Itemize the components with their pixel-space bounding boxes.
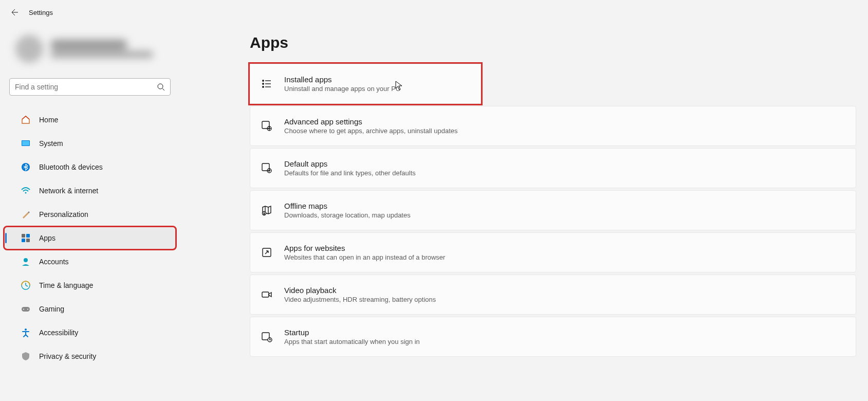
sidebar-item-label: Accessibility [39, 329, 78, 337]
sidebar-item-personalization[interactable]: Personalization [5, 204, 175, 225]
sidebar-item-label: Privacy & security [39, 352, 96, 360]
apps-icon [21, 233, 31, 243]
svg-rect-7 [22, 239, 25, 242]
sidebar-item-label: Bluetooth & devices [39, 163, 103, 171]
sidebar-item-accessibility[interactable]: Accessibility [5, 322, 175, 343]
card-desc: Uninstall and manage apps on your PC [284, 85, 400, 93]
system-icon [21, 138, 31, 149]
sidebar-item-network-internet[interactable]: Network & internet [5, 180, 175, 201]
titlebar: Settings [0, 0, 868, 25]
svg-point-0 [158, 84, 163, 89]
gaming-icon [21, 304, 31, 314]
sidebar-item-bluetooth-devices[interactable]: Bluetooth & devices [5, 157, 175, 177]
card-advanced-app-settings[interactable]: Advanced app settings Choose where to ge… [250, 106, 856, 146]
advanced-settings-icon [261, 120, 273, 132]
video-playback-icon [261, 288, 273, 301]
sidebar-item-gaming[interactable]: Gaming [5, 299, 175, 319]
card-desc: Choose where to get apps, archive apps, … [284, 127, 458, 135]
card-title: Installed apps [284, 75, 400, 84]
card-desc: Downloads, storage location, map updates [284, 211, 411, 219]
bluetooth-icon [21, 162, 31, 172]
card-offline-maps[interactable]: Offline maps Downloads, storage location… [250, 190, 856, 230]
offline-maps-icon [261, 204, 273, 216]
sidebar-item-label: Network & internet [39, 187, 98, 195]
accessibility-icon [21, 327, 31, 338]
sidebar-item-label: Accounts [39, 258, 69, 266]
sidebar-item-label: Apps [39, 234, 56, 242]
sidebar-item-accounts[interactable]: Accounts [5, 251, 175, 272]
svg-point-9 [24, 258, 28, 262]
sidebar-item-apps[interactable]: Apps [5, 228, 175, 248]
shield-icon [21, 351, 31, 361]
svg-point-4 [25, 192, 27, 194]
avatar [15, 35, 43, 63]
card-default-apps[interactable]: Default apps Defaults for file and link … [250, 148, 856, 188]
installed-apps-icon [261, 78, 273, 90]
sidebar: Home System Bluetooth [0, 25, 185, 401]
back-button[interactable] [10, 8, 20, 17]
account-email [50, 51, 153, 58]
search-input[interactable] [15, 83, 157, 91]
card-installed-apps[interactable]: Installed apps Uninstall and manage apps… [250, 64, 481, 104]
content: Apps Installed apps Uninstall and manage… [185, 25, 868, 401]
time-language-icon [21, 280, 31, 290]
sidebar-item-label: Gaming [39, 305, 64, 313]
sidebar-item-privacy-security[interactable]: Privacy & security [5, 346, 175, 367]
svg-point-17 [263, 83, 264, 84]
back-arrow-icon [11, 8, 19, 16]
sidebar-item-label: Personalization [39, 210, 88, 218]
default-apps-icon [261, 162, 273, 174]
startup-icon [261, 331, 273, 343]
svg-rect-19 [262, 121, 269, 129]
svg-point-15 [25, 329, 27, 331]
sidebar-item-time-language[interactable]: Time & language [5, 275, 175, 296]
card-title: Video playback [284, 286, 436, 295]
svg-rect-2 [22, 141, 29, 145]
card-title: Apps for websites [284, 244, 445, 252]
card-title: Startup [284, 328, 420, 337]
wifi-icon [21, 186, 31, 196]
accounts-icon [21, 257, 31, 267]
card-desc: Apps that start automatically when you s… [284, 338, 420, 345]
svg-point-13 [23, 309, 24, 310]
search-icon [157, 83, 165, 91]
svg-rect-21 [262, 163, 269, 171]
svg-rect-8 [26, 239, 30, 242]
card-title: Advanced app settings [284, 117, 458, 126]
card-apps-for-websites[interactable]: Apps for websites Websites that can open… [250, 232, 856, 272]
personalization-icon [21, 209, 31, 220]
card-startup[interactable]: Startup Apps that start automatically wh… [250, 317, 856, 357]
card-desc: Defaults for file and link types, other … [284, 169, 416, 177]
sidebar-item-home[interactable]: Home [5, 110, 175, 130]
sidebar-item-label: Time & language [39, 281, 93, 289]
page-title: Apps [250, 34, 856, 51]
svg-rect-25 [262, 292, 269, 297]
card-video-playback[interactable]: Video playback Video adjustments, HDR st… [250, 275, 856, 315]
card-title: Default apps [284, 159, 416, 168]
sidebar-item-label: System [39, 139, 63, 148]
sidebar-item-system[interactable]: System [5, 133, 175, 154]
svg-rect-12 [22, 307, 30, 312]
svg-point-14 [27, 309, 28, 310]
svg-rect-6 [26, 234, 30, 238]
card-title: Offline maps [284, 202, 411, 210]
svg-point-16 [263, 80, 264, 81]
settings-cards: Installed apps Uninstall and manage apps… [250, 64, 856, 357]
home-icon [21, 115, 31, 125]
card-desc: Video adjustments, HDR streaming, batter… [284, 296, 436, 303]
sidebar-item-label: Home [39, 116, 58, 124]
card-desc: Websites that can open in an app instead… [284, 253, 445, 261]
account-name [50, 40, 127, 50]
window-title: Settings [29, 9, 53, 16]
search-box[interactable] [9, 78, 171, 96]
svg-point-18 [263, 86, 264, 87]
svg-rect-5 [22, 234, 25, 238]
sidebar-nav: Home System Bluetooth [0, 108, 180, 368]
apps-for-websites-icon [261, 246, 273, 259]
account-header[interactable] [15, 35, 180, 63]
